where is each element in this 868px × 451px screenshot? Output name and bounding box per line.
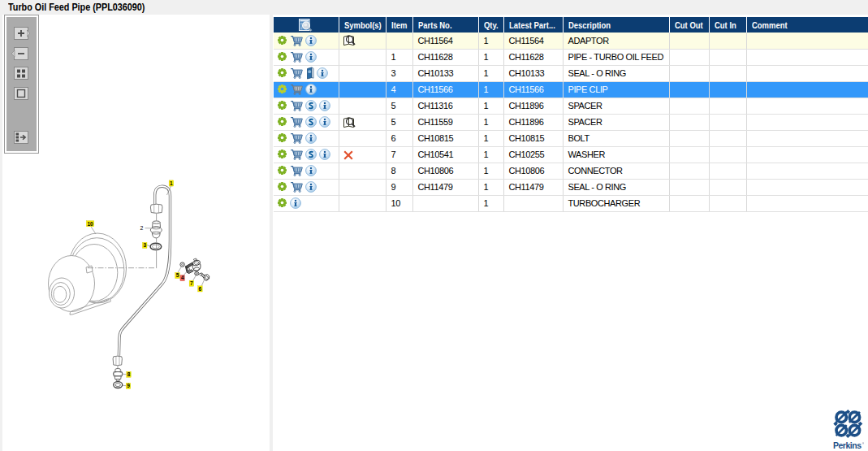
svg-text:2: 2 [140,225,144,231]
svg-text:5: 5 [176,272,179,278]
svg-text:9: 9 [127,383,130,388]
svg-text:4: 4 [181,275,184,280]
svg-text:8: 8 [127,371,131,377]
svg-text:6: 6 [199,286,202,292]
svg-text:1: 1 [170,180,173,186]
svg-text:7: 7 [190,280,193,286]
svg-text:®: ® [862,441,864,445]
svg-text:3: 3 [143,242,146,248]
svg-text:10: 10 [87,221,93,227]
svg-text:Perkins: Perkins [833,440,862,449]
